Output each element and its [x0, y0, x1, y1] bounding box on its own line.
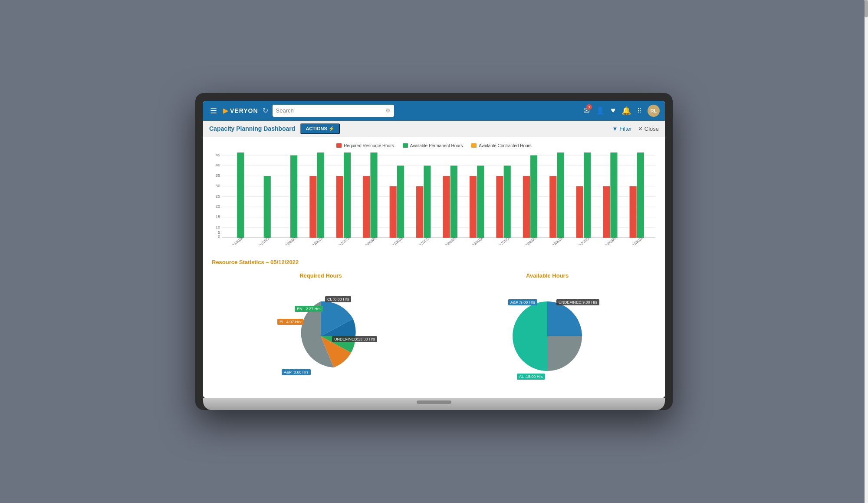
svg-text:0: 0	[218, 234, 220, 239]
svg-text:5: 5	[218, 229, 220, 234]
mail-icon-btn[interactable]: ✉ 1	[583, 106, 590, 116]
filter-icon: ▼	[612, 126, 618, 132]
laptop-frame: ☰ ▶ VERYON ↻ ⚙ ✉ 1 👤 ♥	[195, 93, 673, 410]
svg-text:25: 25	[216, 193, 220, 198]
filter-label: Filter	[619, 126, 632, 132]
search-icon: ⚙	[385, 107, 391, 114]
svg-rect-49	[496, 176, 503, 238]
svg-text:10: 10	[216, 224, 220, 229]
sub-header: Capacity Planning Dashboard ACTIONS ⚡ ▼ …	[203, 121, 665, 137]
svg-rect-40	[416, 186, 423, 238]
required-pie-wrapper: CL :0.83 Hrs EN :-2.27 Hrs EL :4.07 Hrs …	[269, 284, 373, 388]
available-hours-title: Available Hours	[526, 272, 569, 279]
resource-statistics-section: Resource Statistics – 05/12/2022 Require…	[212, 255, 656, 392]
avatar[interactable]: RL	[648, 105, 660, 117]
svg-rect-59	[584, 152, 591, 238]
svg-rect-55	[549, 176, 556, 238]
mail-badge: 1	[586, 104, 592, 110]
actions-button[interactable]: ACTIONS ⚡	[300, 123, 340, 134]
navigation-bar: ☰ ▶ VERYON ↻ ⚙ ✉ 1 👤 ♥	[203, 101, 665, 121]
resource-stats-title: Resource Statistics – 05/12/2022	[212, 259, 656, 265]
svg-rect-44	[450, 165, 457, 238]
svg-rect-53	[530, 155, 537, 238]
legend-required-label: Required Resource Hours	[344, 143, 394, 148]
available-pie-svg	[495, 284, 599, 388]
bell-icon-btn[interactable]: 🔔	[621, 106, 631, 116]
svg-text:15: 15	[216, 214, 220, 219]
svg-rect-38	[397, 165, 404, 238]
svg-rect-43	[443, 176, 450, 238]
svg-rect-37	[390, 186, 397, 238]
svg-rect-47	[477, 165, 484, 238]
logo-text: VERYON	[230, 107, 258, 114]
nav-right-actions: ✉ 1 👤 ♥ 🔔 ⠿ RL	[583, 105, 660, 117]
required-pie-svg	[269, 284, 373, 388]
pie-charts-row: Required Hours	[212, 272, 656, 388]
svg-rect-50	[504, 165, 511, 238]
svg-text:30: 30	[216, 183, 220, 188]
filter-button[interactable]: ▼ Filter	[612, 126, 632, 132]
search-input[interactable]	[276, 107, 383, 114]
heart-icon-btn[interactable]: ♥	[611, 106, 615, 115]
svg-rect-46	[470, 176, 477, 238]
required-hours-pie-section: Required Hours	[212, 272, 430, 388]
svg-rect-52	[523, 176, 530, 238]
chart-legend: Required Resource Hours Available Perman…	[212, 143, 656, 148]
svg-text:45: 45	[216, 152, 220, 157]
svg-rect-62	[610, 152, 617, 238]
legend-contracted: Available Contracted Hours	[471, 143, 532, 148]
svg-rect-23	[264, 176, 271, 238]
svg-rect-64	[630, 186, 637, 238]
bell-icon: 🔔	[621, 106, 631, 115]
logo: ▶ VERYON	[223, 107, 258, 115]
apps-icon: ⠿	[637, 107, 641, 114]
users-icon: 👤	[596, 107, 605, 114]
svg-rect-31	[336, 176, 343, 238]
required-hours-title: Required Hours	[299, 272, 342, 279]
bar-chart-container: 45 40 35 30 25 20 15 10 5 0	[212, 152, 656, 247]
legend-permanent: Available Permanent Hours	[403, 143, 463, 148]
svg-rect-32	[344, 152, 351, 238]
svg-rect-20	[237, 152, 244, 238]
svg-rect-26	[290, 155, 297, 238]
legend-permanent-label: Available Permanent Hours	[410, 143, 463, 148]
apps-icon-btn[interactable]: ⠿	[637, 106, 641, 115]
users-icon-btn[interactable]: 👤	[596, 106, 605, 115]
svg-rect-29	[317, 152, 324, 238]
svg-text:40: 40	[216, 162, 220, 167]
legend-required-dot	[336, 143, 342, 148]
svg-rect-58	[576, 186, 583, 238]
close-label: ✕ Close	[638, 126, 659, 132]
svg-rect-34	[363, 176, 370, 238]
svg-rect-35	[370, 152, 377, 238]
page-title: Capacity Planning Dashboard	[209, 125, 295, 132]
available-hours-pie-section: Available Hours	[438, 272, 656, 388]
legend-contracted-label: Available Contracted Hours	[479, 143, 532, 148]
search-bar[interactable]: ⚙	[273, 105, 394, 117]
svg-text:35: 35	[216, 173, 220, 178]
available-pie-wrapper: A&P :9.00 Hrs UNDEFINED:9.00 Hrs AL :18.…	[495, 284, 599, 388]
svg-text:20: 20	[216, 204, 220, 208]
legend-permanent-dot	[403, 143, 408, 148]
bar-chart-svg: 45 40 35 30 25 20 15 10 5 0	[212, 152, 656, 245]
laptop-base	[203, 398, 665, 410]
close-button[interactable]: ✕ Close	[638, 126, 659, 132]
main-content: Required Resource Hours Available Perman…	[203, 137, 665, 398]
svg-rect-28	[309, 176, 316, 238]
sub-header-right: ▼ Filter ✕ Close	[612, 126, 659, 132]
laptop-screen: ☰ ▶ VERYON ↻ ⚙ ✉ 1 👤 ♥	[203, 101, 665, 398]
svg-rect-56	[557, 152, 564, 238]
svg-rect-41	[424, 165, 431, 238]
svg-rect-61	[603, 186, 610, 238]
heart-icon: ♥	[611, 106, 615, 115]
logo-icon: ▶	[223, 107, 228, 115]
legend-contracted-dot	[471, 143, 477, 148]
legend-required: Required Resource Hours	[336, 143, 394, 148]
refresh-icon[interactable]: ↻	[263, 106, 268, 115]
svg-rect-65	[637, 152, 644, 238]
bar-chart-section: Required Resource Hours Available Perman…	[212, 143, 656, 247]
hamburger-menu-icon[interactable]: ☰	[208, 104, 219, 117]
